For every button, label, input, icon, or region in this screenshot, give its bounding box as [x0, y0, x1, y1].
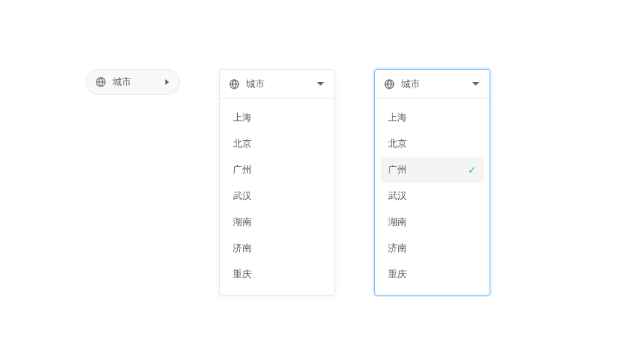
list-item-label: 湖南 [233, 216, 252, 229]
chevron-right-icon [165, 79, 169, 85]
list-item[interactable]: 北京✓ [381, 131, 484, 157]
city-dropdown-list: 上海✓北京✓广州✓武汉✓湖南✓济南✓重庆✓ [375, 99, 490, 295]
globe-icon [228, 78, 240, 90]
list-item-label: 湖南 [388, 216, 407, 229]
list-item[interactable]: 湖南✓ [381, 209, 484, 235]
list-item[interactable]: 上海✓ [381, 105, 484, 131]
list-item-label: 济南 [233, 242, 252, 255]
city-dropdown-label: 城市 [246, 78, 311, 91]
list-item-label: 广州 [388, 163, 407, 176]
list-item-label: 北京 [388, 137, 407, 150]
list-item[interactable]: 重庆✓ [381, 261, 484, 287]
chevron-down-icon [317, 82, 324, 86]
list-item-label: 济南 [388, 242, 407, 255]
check-icon: ✓ [468, 164, 476, 176]
city-dropdown-label: 城市 [112, 76, 145, 89]
list-item[interactable]: 北京✓ [226, 131, 329, 157]
list-item-label: 上海 [233, 111, 252, 124]
city-dropdown-focused: 城市 上海✓北京✓广州✓武汉✓湖南✓济南✓重庆✓ [374, 69, 490, 295]
list-item-label: 北京 [233, 137, 252, 150]
chevron-down-icon [472, 82, 479, 86]
list-item-label: 武汉 [388, 189, 407, 203]
list-item[interactable]: 武汉✓ [226, 183, 329, 209]
list-item[interactable]: 济南✓ [381, 235, 484, 261]
list-item[interactable]: 重庆✓ [226, 261, 329, 287]
city-dropdown-list: 上海✓北京✓广州✓武汉✓湖南✓济南✓重庆✓ [220, 99, 334, 295]
list-item-label: 重庆 [233, 268, 252, 281]
list-item-label: 重庆 [388, 268, 407, 281]
list-item[interactable]: 济南✓ [226, 235, 329, 261]
list-item-label: 武汉 [233, 189, 252, 203]
city-dropdown-label: 城市 [401, 78, 466, 91]
list-item-label: 上海 [388, 111, 407, 124]
list-item[interactable]: 湖南✓ [226, 209, 329, 235]
list-item[interactable]: 上海✓ [226, 105, 329, 131]
globe-icon [384, 78, 395, 90]
list-item[interactable]: 广州✓ [381, 157, 484, 183]
city-dropdown-pill[interactable]: 城市 [86, 69, 180, 95]
city-dropdown-open: 城市 上海✓北京✓广州✓武汉✓湖南✓济南✓重庆✓ [219, 69, 335, 295]
list-item[interactable]: 广州✓ [226, 157, 329, 183]
list-item-label: 广州 [233, 163, 252, 176]
city-dropdown-header[interactable]: 城市 [220, 70, 334, 99]
list-item[interactable]: 武汉✓ [381, 183, 484, 209]
city-dropdown-header[interactable]: 城市 [375, 70, 490, 99]
globe-icon [95, 76, 107, 88]
